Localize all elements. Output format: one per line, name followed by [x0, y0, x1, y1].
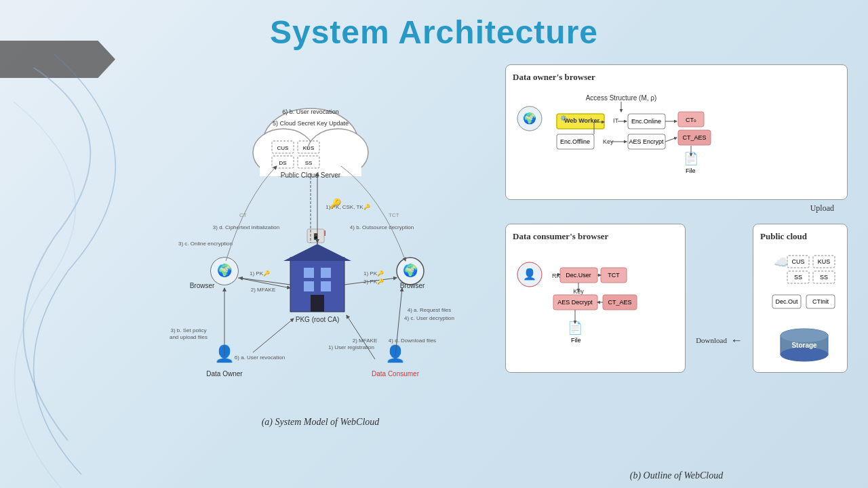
- svg-rect-18: [304, 281, 314, 291]
- svg-text:and upload files: and upload files: [169, 334, 207, 340]
- svg-text:6) b. User revocation: 6) b. User revocation: [282, 108, 339, 115]
- svg-line-56: [253, 319, 294, 352]
- consumer-panel-title: Data consumer's browser: [513, 231, 678, 242]
- svg-text:4) d. Download files: 4) d. Download files: [388, 338, 435, 344]
- svg-text:Browser: Browser: [399, 282, 425, 289]
- svg-text:2) PK🔑: 2) PK🔑: [363, 278, 383, 285]
- svg-text:📱: 📱: [311, 232, 319, 241]
- system-model-svg: CUS KUS DS SS Public Cloud Server 5) Clo…: [165, 61, 477, 413]
- svg-text:4) a. Request files: 4) a. Request files: [407, 307, 450, 313]
- svg-text:5) Cloud Secret Key Update: 5) Cloud Secret Key Update: [272, 120, 348, 127]
- svg-text:CT_AES: CT_AES: [682, 134, 706, 141]
- svg-text:SS: SS: [794, 274, 802, 281]
- consumer-panel: Data consumer's browser 👤 RKᵤ Dec.User T…: [505, 224, 686, 373]
- svg-text:3) b. Set policy: 3) b. Set policy: [170, 327, 206, 333]
- left-diagram: CUS KUS DS SS Public Cloud Server 5) Clo…: [149, 61, 492, 481]
- svg-text:👤: 👤: [523, 268, 536, 281]
- svg-line-86: [665, 138, 677, 142]
- svg-text:CT_AES: CT_AES: [608, 299, 631, 306]
- owner-panel: Data owner's browser 🌍 Access Structure …: [505, 64, 848, 200]
- download-label: Download ←: [696, 224, 743, 457]
- svg-text:File: File: [686, 167, 696, 174]
- svg-text:Data Consumer: Data Consumer: [371, 370, 419, 378]
- svg-text:1) PK🔑: 1) PK🔑: [363, 270, 383, 277]
- svg-text:PKG (root CA): PKG (root CA): [295, 316, 338, 323]
- svg-text:Data Owner: Data Owner: [206, 370, 243, 378]
- owner-panel-title: Data owner's browser: [513, 72, 840, 83]
- svg-text:CUS: CUS: [791, 258, 804, 265]
- svg-text:IT: IT: [613, 117, 619, 124]
- svg-text:2) MFAKE: 2) MFAKE: [250, 287, 275, 293]
- svg-text:Browser: Browser: [189, 282, 214, 289]
- svg-text:6) a. User revocation: 6) a. User revocation: [234, 354, 284, 361]
- svg-rect-17: [321, 268, 331, 278]
- right-diagram: Data owner's browser 🌍 Access Structure …: [505, 61, 848, 481]
- svg-text:Enc.Offline: Enc.Offline: [560, 138, 590, 145]
- svg-text:🌍: 🌍: [403, 263, 418, 278]
- cloud-panel-title: Public cloud: [760, 231, 840, 242]
- upload-label: Upload: [505, 203, 848, 214]
- svg-rect-16: [304, 268, 314, 278]
- svg-text:DS: DS: [279, 160, 286, 166]
- svg-text:4) c. User decryption: 4) c. User decryption: [404, 315, 454, 321]
- owner-panel-svg: 🌍 Access Structure (M, ρ) ⚙️ Web Worker …: [513, 88, 730, 193]
- svg-text:Enc.Online: Enc.Online: [631, 118, 661, 125]
- svg-text:SS: SS: [304, 160, 312, 166]
- svg-text:AES Decrypt: AES Decrypt: [557, 299, 593, 306]
- cloud-panel: Public cloud ☁️ CUS KUS SS SS Dec.Out: [753, 224, 848, 373]
- cloud-panel-svg: ☁️ CUS KUS SS SS Dec.Out CTInit: [760, 247, 842, 366]
- svg-text:Dec.Out: Dec.Out: [775, 298, 798, 305]
- svg-point-129: [781, 329, 828, 342]
- svg-marker-21: [283, 244, 351, 261]
- svg-text:CUS: CUS: [277, 145, 288, 151]
- svg-text:1) PK🔑: 1) PK🔑: [249, 270, 269, 277]
- left-caption: (a) System Model of WebCloud: [262, 417, 380, 428]
- svg-text:🌍: 🌍: [217, 263, 233, 278]
- svg-text:🔑: 🔑: [330, 198, 342, 209]
- svg-text:AES Encrypt: AES Encrypt: [629, 138, 664, 145]
- svg-text:CT₀: CT₀: [686, 117, 696, 123]
- svg-rect-19: [321, 281, 331, 291]
- svg-text:CT: CT: [239, 212, 247, 218]
- svg-text:Access Structure (M, ρ): Access Structure (M, ρ): [586, 94, 657, 102]
- svg-text:File: File: [571, 337, 581, 344]
- svg-text:TCT: TCT: [608, 272, 620, 279]
- svg-line-38: [239, 278, 290, 285]
- svg-text:4) b. Outsource decryption: 4) b. Outsource decryption: [349, 224, 413, 230]
- consumer-panel-svg: 👤 RKᵤ Dec.User TCT Key: [513, 247, 648, 366]
- svg-text:CTInit: CTInit: [812, 298, 829, 305]
- page-title: System Architecture: [0, 0, 868, 58]
- svg-rect-20: [311, 295, 324, 312]
- svg-text:KUS: KUS: [302, 145, 313, 151]
- svg-text:SS: SS: [820, 274, 828, 281]
- svg-text:KUS: KUS: [818, 258, 831, 265]
- captions-row: (a) System Model of WebCloud (b) Outline…: [0, 485, 868, 488]
- svg-text:Storage: Storage: [791, 342, 817, 349]
- svg-point-128: [781, 348, 828, 361]
- right-caption: (b) Outline of WebCloud: [505, 470, 848, 481]
- svg-text:3) d. Ciphertext initializatio: 3) d. Ciphertext initialization: [212, 224, 279, 230]
- svg-text:Dec.User: Dec.User: [566, 272, 591, 279]
- svg-text:🌍: 🌍: [523, 112, 536, 125]
- svg-text:Web Worker: Web Worker: [564, 117, 600, 124]
- svg-text:TCT: TCT: [389, 212, 399, 218]
- svg-text:3) c. Online encryption: 3) c. Online encryption: [178, 241, 232, 247]
- svg-text:2) MFAKE: 2) MFAKE: [352, 338, 376, 344]
- bg-arrow: [0, 41, 115, 78]
